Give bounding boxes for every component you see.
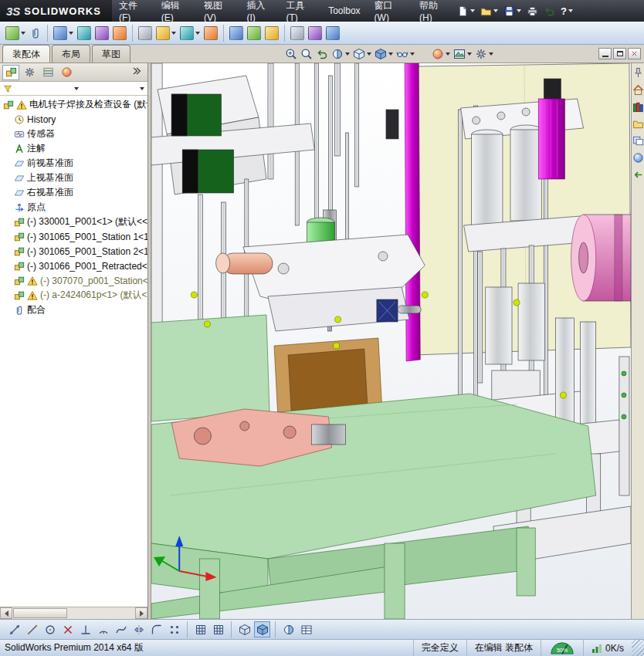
- back-button[interactable]: [632, 169, 644, 181]
- design-library-button[interactable]: [632, 101, 644, 113]
- view-palette-button[interactable]: [632, 135, 644, 147]
- menu-toolbox[interactable]: Toolbox: [321, 0, 367, 22]
- tab-property-manager[interactable]: [21, 65, 38, 80]
- tree-item-component[interactable]: (-) 301065_P001_Station 1<1>: [0, 229, 147, 244]
- resize-grip[interactable]: [632, 640, 644, 656]
- smart-dimension-button[interactable]: [6, 621, 22, 637]
- move-component-button[interactable]: [93, 23, 110, 43]
- pin-button[interactable]: [632, 67, 644, 79]
- tree-filter-bar[interactable]: [0, 82, 147, 96]
- appearances-scenes-button[interactable]: [632, 152, 644, 164]
- grid-button[interactable]: [192, 621, 208, 637]
- smart-fasteners-button[interactable]: [76, 23, 93, 43]
- zoom-to-area-button[interactable]: [300, 46, 314, 62]
- toolbar-separator: [284, 25, 285, 42]
- line-button[interactable]: [24, 621, 40, 637]
- tab-layout[interactable]: 布局: [52, 45, 90, 63]
- menu-file[interactable]: 文件(F): [112, 0, 154, 22]
- tab-assembly[interactable]: 装配体: [2, 45, 50, 63]
- shaded-with-edges-button[interactable]: [254, 621, 270, 637]
- tree-item-right-plane[interactable]: 右视基准面: [0, 185, 147, 200]
- trim-entities-button[interactable]: [59, 621, 76, 637]
- section-view-button[interactable]: [330, 46, 351, 62]
- previous-view-button[interactable]: [315, 46, 329, 62]
- menu-help[interactable]: 帮助(H): [412, 0, 456, 22]
- tree-item-component[interactable]: (-) 307070_p001_Station<1>: [0, 273, 147, 288]
- scroll-left-button[interactable]: [0, 607, 12, 619]
- design-table-button[interactable]: [298, 621, 314, 637]
- menu-tools[interactable]: 工具(T): [279, 0, 321, 22]
- tree-item-component[interactable]: (-) a-2424061p<1> (默认<<默认>_显示状态 1>): [0, 288, 147, 303]
- menu-view[interactable]: 视图(V): [197, 0, 239, 22]
- instant3d-button[interactable]: [263, 23, 280, 43]
- sketch-pattern-button[interactable]: [166, 621, 182, 637]
- linear-component-pattern-button[interactable]: [52, 23, 75, 43]
- mate-button[interactable]: [28, 23, 43, 43]
- show-hidden-components-button[interactable]: [137, 23, 154, 43]
- tree-item-front-plane[interactable]: 前视基准面: [0, 156, 147, 171]
- apply-scene-button[interactable]: [452, 46, 473, 62]
- bill-of-materials-button[interactable]: [228, 23, 245, 43]
- new-motion-study-button[interactable]: [202, 23, 219, 43]
- solidworks-resources-button[interactable]: [632, 84, 644, 96]
- external-references-button[interactable]: [289, 23, 306, 43]
- tree-item-history[interactable]: History: [0, 112, 147, 127]
- hide-show-items-button[interactable]: [395, 46, 415, 62]
- view-settings-button[interactable]: [474, 46, 494, 62]
- tab-sketch[interactable]: 草图: [92, 45, 130, 63]
- tree-item-component[interactable]: (-) 301065_P001_Station 2<1>: [0, 244, 147, 259]
- wireframe-button[interactable]: [236, 621, 253, 637]
- undo-button[interactable]: [542, 3, 557, 19]
- menu-edit[interactable]: 编辑(E): [154, 0, 197, 22]
- edit-appearance-button[interactable]: [431, 46, 451, 62]
- spline-button[interactable]: [113, 621, 129, 637]
- arc-button[interactable]: [95, 621, 111, 637]
- file-explorer-button[interactable]: [632, 118, 644, 130]
- tree-item-origin[interactable]: 原点: [0, 200, 147, 215]
- new-document-button[interactable]: [456, 3, 476, 19]
- rotate-component-button[interactable]: [111, 23, 128, 43]
- menu-insert[interactable]: 插入(I): [239, 0, 279, 22]
- minimize-button[interactable]: [598, 48, 612, 59]
- snap-grid-button[interactable]: [210, 621, 226, 637]
- chevron-down-icon: [489, 52, 493, 56]
- tree-item-component[interactable]: (-) 330001_P001<1> (默认<<默认>_显示状态 1>): [0, 215, 147, 229]
- panel-horizontal-scrollbar[interactable]: [0, 607, 147, 619]
- tree-item-component[interactable]: (-) 301066_P001_Retracted<1>: [0, 259, 147, 273]
- graphics-viewport[interactable]: [151, 63, 631, 619]
- circle-button[interactable]: [42, 621, 58, 637]
- options-button[interactable]: [324, 23, 341, 43]
- scrollbar-thumb[interactable]: [13, 608, 67, 618]
- restore-button[interactable]: [613, 48, 626, 59]
- tree-item-sensors[interactable]: 传感器: [0, 127, 147, 141]
- mirror-entities-button[interactable]: [130, 621, 147, 637]
- assembly-features-button[interactable]: [154, 23, 178, 43]
- reference-geometry-button[interactable]: [178, 23, 202, 43]
- display-style-button[interactable]: [374, 46, 394, 62]
- print-document-button[interactable]: [525, 3, 540, 19]
- tree-item-top-plane[interactable]: 上视基准面: [0, 171, 147, 185]
- exploded-view-button[interactable]: [246, 23, 263, 43]
- menu-window[interactable]: 窗口(W): [368, 0, 412, 22]
- large-assembly-mode-button[interactable]: [307, 23, 324, 43]
- scroll-right-button[interactable]: [135, 607, 147, 619]
- tree-item-root-assembly[interactable]: 电机转子焊接及检查设备 (默认<显示状态-1>): [0, 97, 147, 112]
- tab-design-tree[interactable]: [2, 65, 19, 80]
- tree-item-mates[interactable]: 配合: [0, 303, 147, 317]
- section-view-button[interactable]: [280, 621, 297, 637]
- panel-expand-button[interactable]: [131, 66, 145, 79]
- view-orientation-button[interactable]: [352, 46, 372, 62]
- insert-components-button[interactable]: [4, 23, 27, 43]
- help-button[interactable]: ?: [559, 3, 575, 19]
- perpendicular-button[interactable]: [77, 621, 93, 637]
- chevron-down-icon[interactable]: [140, 87, 144, 90]
- model-view[interactable]: [151, 63, 631, 619]
- close-button[interactable]: [628, 48, 641, 59]
- zoom-to-fit-button[interactable]: [284, 46, 298, 62]
- open-document-button[interactable]: [479, 3, 500, 19]
- tree-item-annotations[interactable]: 注解: [0, 141, 147, 156]
- tab-display-manager[interactable]: [58, 65, 75, 80]
- tab-configuration-manager[interactable]: [39, 65, 56, 80]
- save-document-button[interactable]: [502, 3, 523, 19]
- sketch-fillet-button[interactable]: [148, 621, 164, 637]
